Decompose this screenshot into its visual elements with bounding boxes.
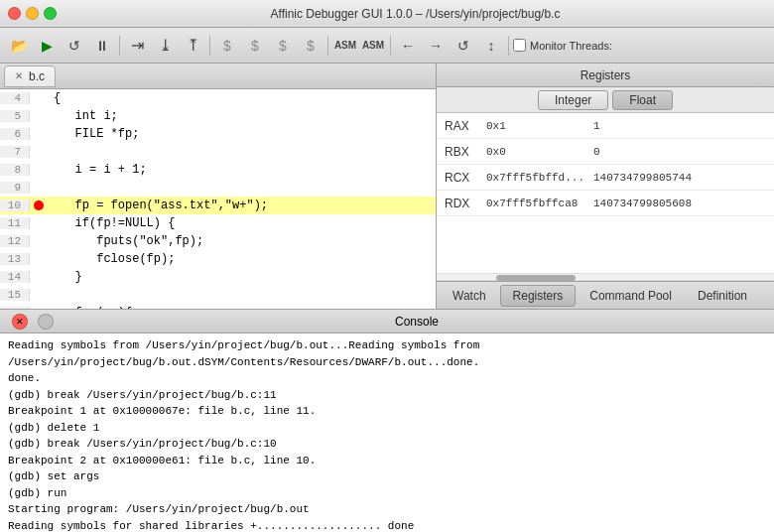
console-close-btn[interactable]: ✕: [12, 314, 28, 330]
register-dec: 140734799805744: [585, 172, 774, 184]
sort-btn[interactable]: ↕: [478, 33, 504, 59]
maximize-traffic-light[interactable]: [44, 7, 57, 20]
line-number: 6: [0, 128, 30, 140]
toolbar-sep-4: [390, 36, 391, 56]
console-line: Reading symbols for shared libraries +..…: [8, 518, 766, 533]
register-dec: 1: [585, 120, 774, 132]
code-line: 12 fputs("ok",fp);: [0, 232, 436, 250]
code-line: 14 }: [0, 268, 436, 286]
toolbar: 📂 ▶ ↺ ⏸ ⇥ ⤓ ⤒ $ $ $ $ ASM ASM ← → ↺ ↕ Mo…: [0, 28, 774, 64]
minimize-traffic-light[interactable]: [26, 7, 39, 20]
asm2-btn[interactable]: ASM: [360, 33, 386, 59]
reverse-btn[interactable]: $: [298, 33, 323, 59]
code-line: 11 if(fp!=NULL) {: [0, 214, 436, 232]
top-section: ✕ b.c 4{5 int i;6 FILE *fp;78 i = i + 1;…: [0, 64, 774, 310]
pause-btn[interactable]: ⏸: [89, 33, 115, 59]
line-number: 12: [0, 235, 30, 247]
traffic-lights: [8, 7, 57, 20]
code-tab-label: b.c: [29, 69, 45, 83]
line-number: 10: [0, 200, 30, 211]
stop-btn[interactable]: $: [242, 33, 268, 59]
code-line: 9: [0, 179, 436, 197]
line-number: 14: [0, 271, 30, 283]
breakpoint-indicator: [34, 200, 44, 210]
console-minimize-btn[interactable]: [38, 314, 54, 330]
close-traffic-light[interactable]: [8, 7, 21, 20]
register-hex: 0x7fff5fbffd...: [486, 172, 585, 184]
code-line: 13 fclose(fp);: [0, 250, 436, 268]
code-text: fclose(fp);: [48, 252, 175, 266]
register-tab-bar: WatchRegistersCommand PoolDefinition: [437, 281, 774, 309]
register-hex: 0x7fff5fbffca8: [486, 198, 585, 209]
register-tab-registers[interactable]: Registers: [500, 285, 577, 307]
forward-btn[interactable]: →: [423, 33, 449, 59]
code-tab[interactable]: ✕ b.c: [4, 66, 56, 87]
register-hex: 0x0: [486, 146, 585, 158]
register-tab-watch[interactable]: Watch: [441, 285, 498, 307]
line-number: 13: [0, 253, 30, 265]
code-line: 16 for(;;){: [0, 304, 436, 309]
register-panel: Registers Integer Float RAX0x11RBX0x00RC…: [437, 64, 774, 309]
console-output[interactable]: Reading symbols from /Users/yin/project/…: [0, 333, 774, 532]
console-line: (gdb) run: [8, 485, 766, 502]
code-text: int i;: [48, 109, 118, 123]
integer-type-btn[interactable]: Integer: [538, 90, 608, 110]
breakpoint-col[interactable]: [30, 200, 48, 210]
monitor-threads-checkbox[interactable]: [513, 39, 526, 52]
register-row: RBX0x00: [437, 139, 774, 165]
window-title: Affinic Debugger GUI 1.0.0 – /Users/yin/…: [64, 7, 766, 21]
step-over-btn[interactable]: ⇥: [124, 33, 150, 59]
asm-btn[interactable]: ASM: [332, 33, 358, 59]
register-name: RCX: [437, 171, 486, 185]
step-back-btn[interactable]: $: [270, 33, 296, 59]
console-line: Breakpoint 2 at 0x100000e61: file b.c, l…: [8, 453, 766, 469]
line-number: 4: [0, 92, 30, 104]
register-dec: 0: [585, 146, 774, 158]
console-line: (gdb) break /Users/yin/project/bug/b.c:1…: [8, 436, 766, 453]
run-btn[interactable]: ▶: [34, 33, 60, 59]
line-number: 5: [0, 110, 30, 122]
code-line: 4{: [0, 89, 436, 107]
register-dec: 140734799805608: [585, 198, 774, 209]
back-btn[interactable]: ←: [395, 33, 421, 59]
register-name: RDX: [437, 197, 486, 210]
console-line: (gdb) break /Users/yin/project/bug/b.c:1…: [8, 387, 766, 404]
monitor-threads-label: Monitor Threads:: [530, 40, 612, 52]
record-btn[interactable]: $: [214, 33, 240, 59]
register-tab-command-pool[interactable]: Command Pool: [578, 285, 684, 307]
titlebar: Affinic Debugger GUI 1.0.0 – /Users/yin/…: [0, 0, 774, 28]
toolbar-sep-1: [119, 36, 120, 56]
register-name: RBX: [437, 145, 486, 159]
code-area[interactable]: 4{5 int i;6 FILE *fp;78 i = i + 1;910 fp…: [0, 89, 436, 309]
code-line: 15: [0, 286, 436, 304]
restart-btn[interactable]: ↺: [62, 33, 87, 59]
console-line: (gdb) delete 1: [8, 420, 766, 437]
register-panel-title: Registers: [437, 64, 774, 87]
code-text: if(fp!=NULL) {: [48, 216, 175, 230]
line-number: 8: [0, 164, 30, 176]
code-line: 10 fp = fopen("ass.txt","w+");: [0, 197, 436, 214]
register-scrollbar[interactable]: [437, 273, 774, 281]
code-text: i = i + 1;: [48, 163, 147, 177]
step-out-btn[interactable]: ⤒: [180, 33, 205, 59]
bottom-section: ✕ Console Reading symbols from /Users/yi…: [0, 310, 774, 532]
register-tab-definition[interactable]: Definition: [686, 285, 759, 307]
float-type-btn[interactable]: Float: [612, 90, 673, 110]
tab-close-icon[interactable]: ✕: [15, 70, 23, 81]
code-tab-bar: ✕ b.c: [0, 64, 436, 89]
monitor-threads-container: Monitor Threads:: [513, 39, 612, 52]
code-text: fputs("ok",fp);: [48, 234, 203, 248]
code-text: FILE *fp;: [48, 127, 139, 141]
step-into-btn[interactable]: ⤓: [152, 33, 178, 59]
code-text: }: [48, 270, 82, 284]
code-panel: ✕ b.c 4{5 int i;6 FILE *fp;78 i = i + 1;…: [0, 64, 437, 309]
console-line: done.: [8, 370, 766, 387]
console-line: Starting program: /Users/yin/project/bug…: [8, 501, 766, 518]
console-line: Breakpoint 1 at 0x10000067e: file b.c, l…: [8, 403, 766, 420]
refresh-btn[interactable]: ↺: [451, 33, 476, 59]
register-row: RDX0x7fff5fbffca8140734799805608: [437, 191, 774, 216]
code-text: {: [48, 91, 61, 105]
code-line: 8 i = i + 1;: [0, 161, 436, 179]
open-folder-btn[interactable]: 📂: [6, 33, 32, 59]
code-line: 6 FILE *fp;: [0, 125, 436, 143]
